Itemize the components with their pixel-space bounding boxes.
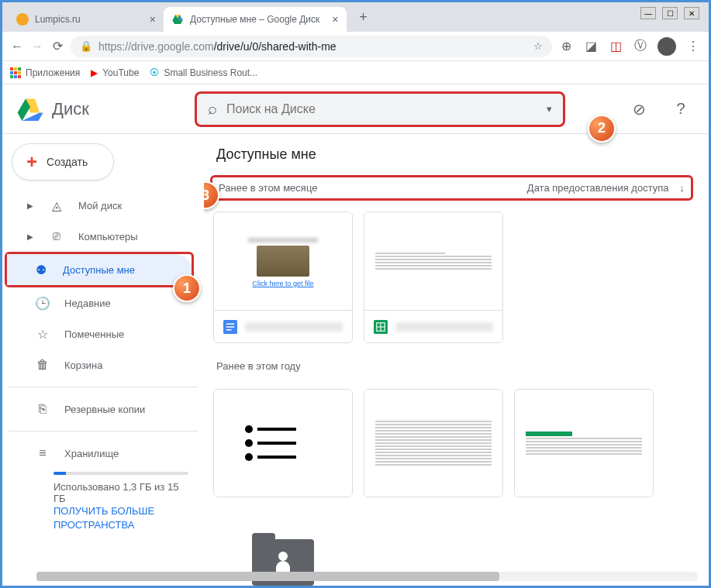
sidebar-item-storage[interactable]: ≡ Хранилище bbox=[9, 438, 188, 469]
close-tab-icon[interactable]: × bbox=[150, 13, 156, 26]
ready-offline-button[interactable]: ⊘ bbox=[623, 94, 654, 125]
sidebar-item-recent[interactable]: 🕒 Недавние bbox=[9, 287, 188, 318]
favicon-drive bbox=[171, 13, 184, 26]
storage-used-text: Использовано 1,3 ГБ из 15 ГБ bbox=[53, 481, 188, 504]
docs-icon bbox=[223, 320, 237, 334]
svg-rect-9 bbox=[226, 326, 235, 328]
file-card[interactable] bbox=[364, 389, 503, 497]
reload-button[interactable]: ⟳ bbox=[50, 40, 64, 53]
minimize-button[interactable]: — bbox=[640, 7, 656, 19]
svg-rect-8 bbox=[226, 323, 235, 325]
file-preview bbox=[364, 212, 502, 310]
sidebar-item-trash[interactable]: 🗑 Корзина bbox=[9, 349, 188, 380]
drive-logo[interactable]: Диск bbox=[15, 95, 195, 123]
close-tab-icon[interactable]: × bbox=[332, 13, 338, 26]
section-title: Ранее в этом месяце bbox=[219, 182, 317, 194]
file-card[interactable]: Click here to get file bbox=[213, 211, 353, 343]
storage-bar bbox=[53, 472, 188, 475]
file-card[interactable] bbox=[213, 389, 353, 497]
search-box[interactable]: ⌕ ▾ bbox=[195, 91, 565, 127]
callout-2: 2 bbox=[588, 115, 616, 143]
create-button[interactable]: + Создать bbox=[12, 143, 114, 181]
sidebar-item-starred[interactable]: ☆ Помеченные bbox=[9, 318, 188, 349]
sidebar-label: Помеченные bbox=[64, 328, 124, 340]
sidebar-label: Недавние bbox=[64, 297, 111, 309]
file-footer bbox=[364, 310, 502, 342]
address-bar: ← → ⟳ 🔒 https://drive.google.com/drive/u… bbox=[2, 32, 709, 61]
tab-title: Lumpics.ru bbox=[35, 14, 81, 25]
backups-icon: ⎘ bbox=[35, 402, 50, 416]
create-label: Создать bbox=[47, 156, 88, 168]
bookmark-label: Small Business Rout... bbox=[164, 67, 257, 78]
sort-control[interactable]: Дата предоставления доступа ↓ bbox=[527, 182, 685, 194]
bookmark-sbr[interactable]: ⦿ Small Business Rout... bbox=[150, 67, 257, 78]
back-button[interactable]: ← bbox=[10, 40, 24, 53]
maximize-button[interactable]: ☐ bbox=[662, 7, 678, 19]
tab-lumpics[interactable]: Lumpics.ru × bbox=[9, 7, 164, 32]
bookmark-label: YouTube bbox=[102, 67, 139, 78]
browser-menu-icon[interactable]: ⋮ bbox=[685, 39, 701, 54]
sbr-icon: ⦿ bbox=[150, 67, 159, 78]
sheets-icon bbox=[374, 320, 388, 334]
sidebar-label: Компьютеры bbox=[78, 231, 138, 242]
close-button[interactable]: ✕ bbox=[684, 7, 699, 19]
tab-title: Доступные мне – Google Диск bbox=[190, 14, 319, 25]
chevron-right-icon[interactable]: ▶ bbox=[27, 232, 35, 241]
sidebar-label: Доступные мне bbox=[63, 264, 135, 276]
sidebar-item-shared[interactable]: ⚉ Доступные мне bbox=[7, 254, 192, 285]
sidebar-item-mydrive[interactable]: ▶ ◬ Мой диск bbox=[9, 190, 188, 221]
sidebar-item-computers[interactable]: ▶ ⎚ Компьютеры bbox=[9, 221, 188, 252]
sidebar-label: Мой диск bbox=[78, 200, 122, 211]
new-tab-button[interactable]: + bbox=[353, 9, 374, 26]
profile-avatar[interactable] bbox=[658, 37, 676, 56]
forward-button[interactable]: → bbox=[30, 40, 44, 53]
search-input[interactable] bbox=[226, 102, 537, 116]
file-card[interactable] bbox=[514, 389, 654, 497]
star-icon[interactable]: ☆ bbox=[533, 40, 543, 52]
drive-triangle-icon bbox=[15, 95, 46, 123]
ext-globe-icon[interactable]: ⊕ bbox=[558, 39, 574, 54]
sidebar-label: Хранилище bbox=[64, 448, 119, 459]
storage-upgrade-link[interactable]: ПОЛУЧИТЬ БОЛЬШЕ ПРОСТРАНСТВА bbox=[53, 504, 188, 532]
drive-app-name: Диск bbox=[52, 99, 89, 119]
section-title: Ранее в этом году bbox=[210, 354, 693, 378]
horizontal-scrollbar[interactable] bbox=[36, 572, 698, 581]
file-card[interactable] bbox=[364, 211, 503, 343]
ext-v-icon[interactable]: Ⓥ bbox=[633, 39, 648, 54]
url-input[interactable]: 🔒 https://drive.google.com/drive/u/0/sha… bbox=[71, 36, 552, 57]
youtube-icon: ▶ bbox=[91, 67, 98, 78]
preview-link-text: Click here to get file bbox=[246, 280, 320, 287]
bookmarks-bar: Приложения ▶ YouTube ⦿ Small Business Ro… bbox=[2, 61, 709, 84]
favicon-lumpics bbox=[16, 13, 29, 26]
help-button[interactable]: ? bbox=[665, 94, 696, 125]
computers-icon: ⎚ bbox=[49, 229, 64, 243]
search-icon: ⌕ bbox=[208, 100, 217, 118]
sidebar: + Создать ▶ ◬ Мой диск ▶ ⎚ Компьютеры ⚉ … bbox=[2, 134, 204, 586]
svg-rect-10 bbox=[226, 329, 232, 331]
lock-icon: 🔒 bbox=[80, 40, 92, 52]
file-name bbox=[245, 322, 343, 332]
file-preview bbox=[214, 390, 352, 497]
file-preview bbox=[364, 390, 502, 497]
ext-cube-icon[interactable]: ◪ bbox=[583, 39, 599, 54]
sidebar-label: Резервные копии bbox=[64, 404, 145, 415]
storage-icon: ≡ bbox=[35, 446, 50, 460]
content-area: Доступные мне Ранее в этом месяце Дата п… bbox=[204, 134, 709, 586]
search-options-icon[interactable]: ▾ bbox=[547, 103, 552, 115]
storage-block: Использовано 1,3 ГБ из 15 ГБ ПОЛУЧИТЬ БО… bbox=[9, 472, 198, 532]
callout-1: 1 bbox=[173, 274, 201, 302]
chevron-right-icon[interactable]: ▶ bbox=[27, 201, 35, 210]
sidebar-item-backups[interactable]: ⎘ Резервные копии bbox=[9, 394, 188, 425]
trash-icon: 🗑 bbox=[35, 358, 50, 372]
recent-icon: 🕒 bbox=[35, 296, 50, 311]
shared-icon: ⚉ bbox=[33, 263, 49, 277]
file-name bbox=[395, 322, 493, 332]
bookmark-label: Приложения bbox=[26, 67, 80, 78]
file-preview: Click here to get file bbox=[214, 212, 352, 310]
plus-icon: + bbox=[26, 151, 37, 173]
bookmark-youtube[interactable]: ▶ YouTube bbox=[91, 67, 139, 78]
bookmark-apps[interactable]: Приложения bbox=[10, 67, 80, 78]
tab-drive[interactable]: Доступные мне – Google Диск × bbox=[164, 7, 347, 32]
files-grid bbox=[210, 378, 693, 586]
ext-shield-icon[interactable]: ◫ bbox=[608, 39, 623, 54]
